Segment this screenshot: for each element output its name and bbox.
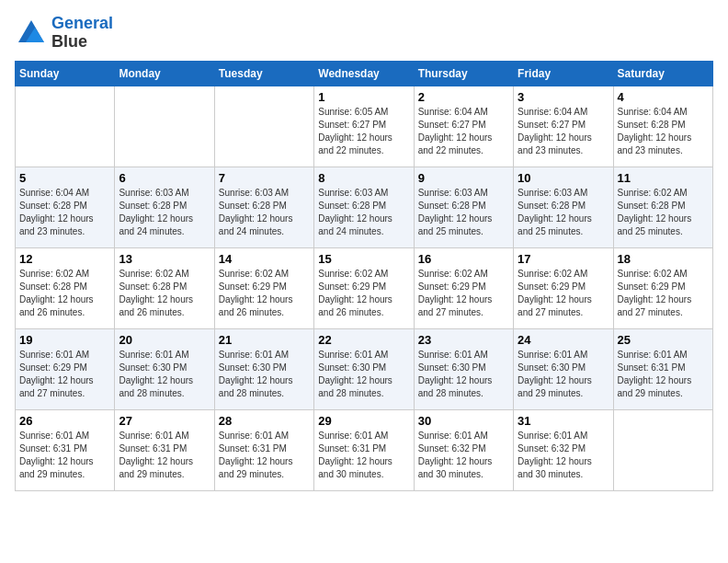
day-info: Sunrise: 6:03 AM Sunset: 6:28 PM Dayligh… (318, 187, 409, 238)
calendar-week-row: 12Sunrise: 6:02 AM Sunset: 6:28 PM Dayli… (16, 247, 713, 328)
day-number: 6 (119, 171, 210, 185)
day-number: 3 (518, 90, 609, 104)
calendar-day-cell: 30Sunrise: 6:01 AM Sunset: 6:32 PM Dayli… (414, 409, 513, 490)
calendar-table: SundayMondayTuesdayWednesdayThursdayFrid… (15, 61, 713, 491)
day-number: 14 (219, 252, 310, 266)
day-number: 30 (418, 414, 509, 428)
day-number: 11 (618, 171, 709, 185)
calendar-header-row: SundayMondayTuesdayWednesdayThursdayFrid… (16, 61, 713, 86)
calendar-day-cell: 13Sunrise: 6:02 AM Sunset: 6:28 PM Dayli… (115, 247, 214, 328)
day-number: 25 (618, 333, 709, 347)
day-info: Sunrise: 6:01 AM Sunset: 6:32 PM Dayligh… (518, 430, 609, 481)
calendar-weekday-header: Tuesday (214, 61, 313, 86)
day-number: 31 (518, 414, 609, 428)
calendar-day-cell: 12Sunrise: 6:02 AM Sunset: 6:28 PM Dayli… (16, 247, 115, 328)
day-info: Sunrise: 6:04 AM Sunset: 6:27 PM Dayligh… (518, 106, 609, 157)
day-number: 22 (318, 333, 409, 347)
logo: General Blue (15, 15, 113, 52)
day-info: Sunrise: 6:04 AM Sunset: 6:28 PM Dayligh… (618, 106, 709, 157)
calendar-weekday-header: Monday (115, 61, 214, 86)
calendar-day-cell (115, 86, 214, 167)
calendar-day-cell: 4Sunrise: 6:04 AM Sunset: 6:28 PM Daylig… (613, 86, 712, 167)
day-info: Sunrise: 6:01 AM Sunset: 6:31 PM Dayligh… (318, 430, 409, 481)
calendar-day-cell: 28Sunrise: 6:01 AM Sunset: 6:31 PM Dayli… (214, 409, 313, 490)
day-number: 12 (19, 252, 110, 266)
day-info: Sunrise: 6:03 AM Sunset: 6:28 PM Dayligh… (418, 187, 509, 238)
calendar-day-cell: 27Sunrise: 6:01 AM Sunset: 6:31 PM Dayli… (115, 409, 214, 490)
day-info: Sunrise: 6:01 AM Sunset: 6:32 PM Dayligh… (418, 430, 509, 481)
calendar-day-cell: 26Sunrise: 6:01 AM Sunset: 6:31 PM Dayli… (16, 409, 115, 490)
day-number: 1 (318, 90, 409, 104)
day-info: Sunrise: 6:01 AM Sunset: 6:31 PM Dayligh… (119, 430, 210, 481)
calendar-day-cell: 19Sunrise: 6:01 AM Sunset: 6:29 PM Dayli… (16, 328, 115, 409)
calendar-week-row: 19Sunrise: 6:01 AM Sunset: 6:29 PM Dayli… (16, 328, 713, 409)
calendar-day-cell: 23Sunrise: 6:01 AM Sunset: 6:30 PM Dayli… (414, 328, 513, 409)
calendar-day-cell: 1Sunrise: 6:05 AM Sunset: 6:27 PM Daylig… (314, 86, 414, 167)
calendar-day-cell: 22Sunrise: 6:01 AM Sunset: 6:30 PM Dayli… (314, 328, 414, 409)
day-number: 17 (518, 252, 609, 266)
calendar-day-cell: 31Sunrise: 6:01 AM Sunset: 6:32 PM Dayli… (514, 409, 613, 490)
day-info: Sunrise: 6:01 AM Sunset: 6:30 PM Dayligh… (318, 349, 409, 400)
calendar-day-cell: 17Sunrise: 6:02 AM Sunset: 6:29 PM Dayli… (514, 247, 613, 328)
day-number: 10 (518, 171, 609, 185)
day-info: Sunrise: 6:02 AM Sunset: 6:29 PM Dayligh… (418, 268, 509, 319)
day-number: 29 (318, 414, 409, 428)
day-info: Sunrise: 6:03 AM Sunset: 6:28 PM Dayligh… (119, 187, 210, 238)
logo-icon (15, 17, 48, 50)
day-number: 19 (19, 333, 110, 347)
day-number: 16 (418, 252, 509, 266)
day-number: 28 (219, 414, 310, 428)
calendar-day-cell: 21Sunrise: 6:01 AM Sunset: 6:30 PM Dayli… (214, 328, 313, 409)
day-info: Sunrise: 6:02 AM Sunset: 6:28 PM Dayligh… (618, 187, 709, 238)
day-info: Sunrise: 6:01 AM Sunset: 6:31 PM Dayligh… (19, 430, 110, 481)
calendar-day-cell: 5Sunrise: 6:04 AM Sunset: 6:28 PM Daylig… (16, 167, 115, 247)
calendar-weekday-header: Friday (514, 61, 613, 86)
day-number: 27 (119, 414, 210, 428)
calendar-day-cell: 18Sunrise: 6:02 AM Sunset: 6:29 PM Dayli… (613, 247, 712, 328)
page-header: General Blue (15, 15, 713, 52)
calendar-weekday-header: Wednesday (314, 61, 414, 86)
day-info: Sunrise: 6:02 AM Sunset: 6:28 PM Dayligh… (19, 268, 110, 319)
day-number: 4 (618, 90, 709, 104)
day-info: Sunrise: 6:02 AM Sunset: 6:28 PM Dayligh… (119, 268, 210, 319)
day-info: Sunrise: 6:01 AM Sunset: 6:30 PM Dayligh… (219, 349, 310, 400)
day-info: Sunrise: 6:04 AM Sunset: 6:28 PM Dayligh… (19, 187, 110, 238)
day-info: Sunrise: 6:01 AM Sunset: 6:30 PM Dayligh… (418, 349, 509, 400)
calendar-day-cell: 3Sunrise: 6:04 AM Sunset: 6:27 PM Daylig… (514, 86, 613, 167)
day-info: Sunrise: 6:01 AM Sunset: 6:31 PM Dayligh… (219, 430, 310, 481)
calendar-week-row: 1Sunrise: 6:05 AM Sunset: 6:27 PM Daylig… (16, 86, 713, 167)
calendar-day-cell: 6Sunrise: 6:03 AM Sunset: 6:28 PM Daylig… (115, 167, 214, 247)
day-info: Sunrise: 6:01 AM Sunset: 6:29 PM Dayligh… (19, 349, 110, 400)
calendar-day-cell: 25Sunrise: 6:01 AM Sunset: 6:31 PM Dayli… (613, 328, 712, 409)
day-info: Sunrise: 6:05 AM Sunset: 6:27 PM Dayligh… (318, 106, 409, 157)
day-number: 21 (219, 333, 310, 347)
calendar-weekday-header: Sunday (16, 61, 115, 86)
calendar-week-row: 26Sunrise: 6:01 AM Sunset: 6:31 PM Dayli… (16, 409, 713, 490)
logo-text: General Blue (51, 15, 113, 52)
calendar-day-cell: 11Sunrise: 6:02 AM Sunset: 6:28 PM Dayli… (613, 167, 712, 247)
calendar-day-cell: 9Sunrise: 6:03 AM Sunset: 6:28 PM Daylig… (414, 167, 513, 247)
day-info: Sunrise: 6:03 AM Sunset: 6:28 PM Dayligh… (219, 187, 310, 238)
calendar-day-cell: 7Sunrise: 6:03 AM Sunset: 6:28 PM Daylig… (214, 167, 313, 247)
day-number: 20 (119, 333, 210, 347)
day-info: Sunrise: 6:02 AM Sunset: 6:29 PM Dayligh… (618, 268, 709, 319)
calendar-day-cell (16, 86, 115, 167)
calendar-weekday-header: Thursday (414, 61, 513, 86)
calendar-day-cell (613, 409, 712, 490)
calendar-weekday-header: Saturday (613, 61, 712, 86)
calendar-day-cell: 8Sunrise: 6:03 AM Sunset: 6:28 PM Daylig… (314, 167, 414, 247)
day-info: Sunrise: 6:03 AM Sunset: 6:28 PM Dayligh… (518, 187, 609, 238)
day-number: 18 (618, 252, 709, 266)
day-info: Sunrise: 6:01 AM Sunset: 6:30 PM Dayligh… (119, 349, 210, 400)
calendar-day-cell: 15Sunrise: 6:02 AM Sunset: 6:29 PM Dayli… (314, 247, 414, 328)
day-info: Sunrise: 6:02 AM Sunset: 6:29 PM Dayligh… (219, 268, 310, 319)
day-number: 9 (418, 171, 509, 185)
calendar-day-cell: 20Sunrise: 6:01 AM Sunset: 6:30 PM Dayli… (115, 328, 214, 409)
day-number: 13 (119, 252, 210, 266)
day-number: 23 (418, 333, 509, 347)
day-info: Sunrise: 6:01 AM Sunset: 6:31 PM Dayligh… (618, 349, 709, 400)
calendar-day-cell: 24Sunrise: 6:01 AM Sunset: 6:30 PM Dayli… (514, 328, 613, 409)
calendar-day-cell: 29Sunrise: 6:01 AM Sunset: 6:31 PM Dayli… (314, 409, 414, 490)
day-number: 7 (219, 171, 310, 185)
day-info: Sunrise: 6:02 AM Sunset: 6:29 PM Dayligh… (318, 268, 409, 319)
